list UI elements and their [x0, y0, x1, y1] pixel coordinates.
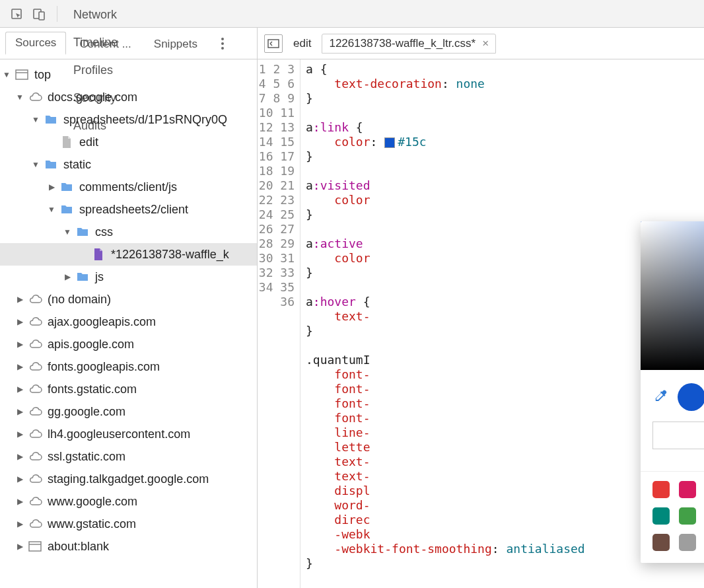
disclosure-arrow-icon[interactable]: ▼ [63, 227, 71, 237]
editor-prev-file[interactable]: edit [289, 37, 315, 50]
tree-item-label: js [95, 270, 104, 284]
folder-icon [59, 180, 74, 194]
cloud-icon [28, 338, 42, 351]
tree-item[interactable]: ▶fonts.googleapis.com [0, 355, 257, 378]
folder-icon [59, 203, 74, 216]
disclosure-arrow-icon[interactable]: ▶ [63, 272, 71, 281]
editor-tabstrip: edit 1226138738-waffle_k_ltr.css* × [258, 28, 704, 59]
tree-item-label: (no domain) [48, 293, 111, 307]
tree-item[interactable]: ▶(no domain) [0, 288, 257, 311]
code-editor[interactable]: 1 2 3 4 5 6 7 8 9 10 11 12 13 14 15 16 1… [258, 59, 704, 588]
disclosure-arrow-icon[interactable]: ▶ [16, 407, 24, 416]
hex-input[interactable] [652, 422, 704, 449]
tree-item[interactable]: edit [0, 131, 257, 153]
folder-icon [75, 270, 90, 283]
tree-item[interactable]: ▶www.gstatic.com [0, 513, 257, 535]
disclosure-arrow-icon[interactable]: ▶ [16, 362, 24, 371]
svg-rect-2 [39, 12, 44, 20]
color-swatch[interactable] [384, 137, 395, 148]
tree-item[interactable]: ▼static [0, 153, 257, 176]
more-options-icon[interactable] [215, 38, 230, 50]
cloud-icon [28, 293, 42, 306]
disclosure-arrow-icon[interactable]: ▶ [16, 340, 24, 349]
tree-item-label: ajax.googleapis.com [48, 315, 156, 329]
sources-subtabs: SourcesContent ...Snippets [0, 28, 258, 59]
tree-item[interactable]: ▶apis.google.com [0, 333, 257, 355]
device-toggle-icon[interactable] [30, 5, 48, 22]
tree-item[interactable]: ▼spreadsheets2/client [0, 198, 257, 221]
inspect-element-icon[interactable] [8, 5, 25, 22]
tree-item[interactable]: ▶ajax.googleapis.com [0, 311, 257, 333]
svg-rect-6 [29, 542, 41, 551]
subtab-sources[interactable]: Sources [5, 32, 66, 55]
tree-item[interactable]: ▶lh4.googleusercontent.com [0, 423, 257, 445]
tree-item[interactable]: ▶about:blank [0, 535, 257, 558]
disclosure-arrow-icon[interactable]: ▶ [16, 429, 24, 439]
disclosure-arrow-icon[interactable]: ▶ [48, 182, 55, 192]
palette-swatch[interactable] [679, 507, 696, 525]
tree-item[interactable]: ▶www.google.com [0, 490, 257, 513]
tree-item-label: static [63, 158, 91, 172]
tree-item-label: fonts.googleapis.com [48, 360, 160, 374]
tree-item[interactable]: ▶staging.talkgadget.google.com [0, 468, 257, 490]
tree-item-label: comments/client/js [79, 180, 177, 194]
cloud-icon [28, 450, 42, 463]
tree-item[interactable]: ▶fonts.gstatic.com [0, 378, 257, 400]
tree-item[interactable]: ▼top [0, 63, 257, 86]
disclosure-arrow-icon[interactable]: ▶ [16, 452, 24, 461]
file-icon [59, 135, 74, 149]
swatch-palette: ▲▼ [641, 472, 704, 563]
subtab-content-[interactable]: Content ... [70, 34, 140, 55]
cloud-icon [28, 427, 42, 441]
eyedropper-icon[interactable] [652, 388, 668, 406]
disclosure-arrow-icon[interactable]: ▶ [16, 519, 24, 529]
palette-swatch[interactable] [652, 507, 670, 525]
disclosure-arrow-icon[interactable]: ▶ [16, 497, 24, 506]
palette-swatch[interactable] [652, 481, 670, 498]
tree-item[interactable]: ▼spreadsheets/d/1P1sRNQry0Q [0, 108, 257, 131]
navigator-toggle-icon[interactable] [264, 34, 283, 53]
close-icon[interactable]: × [482, 37, 489, 50]
disclosure-arrow-icon[interactable]: ▶ [16, 474, 24, 484]
tree-item[interactable]: *1226138738-waffle_k [0, 243, 257, 266]
palette-swatch[interactable] [679, 534, 696, 551]
palette-swatch[interactable] [652, 534, 670, 551]
main-split: ▼top▼docs.google.com▼spreadsheets/d/1P1s… [0, 59, 704, 588]
devtools-tab-bar: ElementsConsoleSourcesApplicationNetwork… [0, 0, 704, 28]
tree-item-label: spreadsheets/d/1P1sRNQry0Q [63, 113, 227, 127]
tree-item-label: css [95, 225, 113, 239]
tree-item[interactable]: ▼docs.google.com [0, 86, 257, 108]
color-picker-popover: ▲▼ HEX ▲▼ [641, 221, 704, 563]
disclosure-arrow-icon[interactable]: ▼ [16, 92, 24, 102]
disclosure-arrow-icon[interactable]: ▶ [16, 385, 24, 394]
tree-item[interactable]: ▶comments/client/js [0, 176, 257, 198]
disclosure-arrow-icon[interactable]: ▶ [16, 542, 24, 551]
disclosure-arrow-icon[interactable]: ▼ [48, 205, 55, 214]
separator [57, 6, 57, 22]
tree-item[interactable]: ▶gg.google.com [0, 400, 257, 423]
tree-item[interactable]: ▶js [0, 266, 257, 288]
tree-item[interactable]: ▼css [0, 221, 257, 243]
palette-swatch[interactable] [679, 481, 696, 498]
disclosure-arrow-icon[interactable]: ▶ [16, 317, 24, 326]
cloud-icon [28, 517, 42, 531]
tree-item-label: top [34, 68, 51, 82]
svg-rect-3 [268, 40, 279, 48]
tree-item-label: www.gstatic.com [48, 517, 136, 531]
saturation-value-field[interactable] [641, 221, 704, 370]
hex-label: HEX [641, 452, 704, 464]
disclosure-arrow-icon[interactable]: ▼ [32, 115, 40, 124]
cloud-icon [28, 91, 42, 104]
tab-network[interactable]: Network [64, 1, 141, 28]
window-icon [28, 540, 42, 553]
disclosure-arrow-icon[interactable]: ▶ [16, 295, 24, 304]
tree-item-label: *1226138738-waffle_k [111, 248, 229, 262]
tree-item[interactable]: ▶ssl.gstatic.com [0, 445, 257, 468]
subtab-snippets[interactable]: Snippets [145, 34, 207, 55]
tree-item-label: spreadsheets2/client [79, 203, 188, 217]
current-color-preview [678, 383, 704, 411]
disclosure-arrow-icon[interactable]: ▼ [32, 160, 40, 169]
editor-active-tab[interactable]: 1226138738-waffle_k_ltr.css* × [322, 34, 496, 54]
tree-item-label: about:blank [48, 540, 109, 554]
disclosure-arrow-icon[interactable]: ▼ [3, 70, 11, 79]
